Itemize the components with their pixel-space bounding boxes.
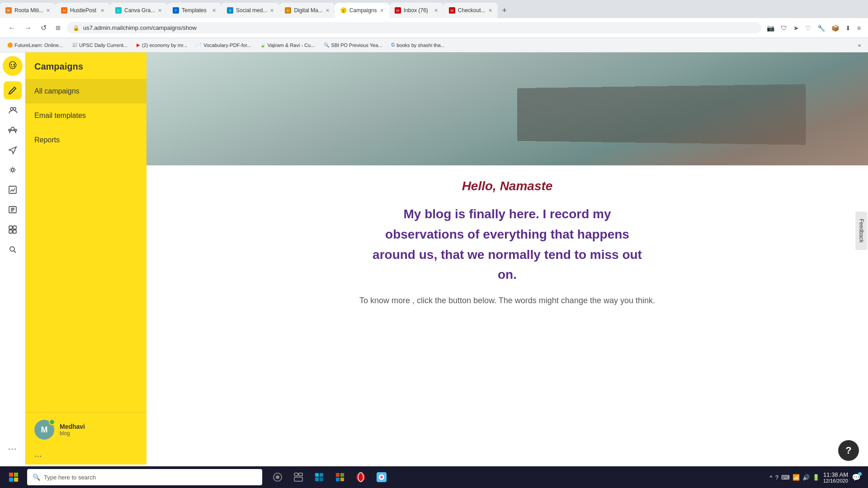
tab-roota[interactable]: R Roota Miti... ✕ [0,3,56,18]
tab-templates[interactable]: T Templates ✕ [167,3,222,18]
bookmark-futurelearn[interactable]: 🟠 FutureLearn: Online... [4,42,66,49]
svg-point-22 [276,475,279,479]
tab-close-roota[interactable]: ✕ [46,8,50,14]
main-area: ··· Campaigns All campaigns Email templa… [0,52,868,465]
svg-rect-20 [14,478,18,482]
tab-close-hustle[interactable]: ✕ [100,8,104,14]
tab-favicon-social: S [227,7,233,14]
taskbar-store[interactable] [330,467,350,487]
help-button[interactable]: ? [838,440,859,461]
tab-campaigns[interactable]: 🐒 Campaigns ✕ [335,3,389,18]
tab-close-checkout[interactable]: ✕ [488,8,492,14]
bookmark-vocab[interactable]: 📄 Vocabulary-PDF-for... [193,42,255,49]
tab-label-social: Social med... [236,7,267,14]
feedback-tab[interactable]: Feedback [856,211,868,250]
taskbar-taskview[interactable] [288,467,308,487]
tab-label-digital: Digital Ma... [294,7,322,14]
nav-reports[interactable]: Reports [25,128,146,152]
bookmark-label-books: books by shashi tha... [396,42,444,48]
tab-bar: R Roota Miti... ✕ H HustlePost ✕ C Canva… [0,0,868,18]
tab-inbox[interactable]: M Inbox (76) ✕ [389,3,443,18]
address-bar[interactable]: 🔒 us7.admin.mailchimp.com/campaigns/show [67,22,761,33]
search-icon[interactable] [4,240,22,258]
svg-rect-29 [320,478,323,481]
bookmark-economy[interactable]: ▶ (2) economy by mr... [133,42,191,49]
hero-image [146,52,868,165]
screenshot-btn[interactable]: 📷 [765,23,776,33]
bookmark-vajiram[interactable]: 🍃 Vajiram & Ravi - Cu... [256,42,318,49]
campaign-sidebar-header: Campaigns [25,52,146,79]
tab-digital[interactable]: D Digital Ma... ✕ [279,3,335,18]
mailchimp-logo[interactable] [3,56,23,76]
heart-btn[interactable]: ♡ [803,23,813,33]
tab-checkout[interactable]: M Checkout... ✕ [443,3,498,18]
analytics-icon[interactable] [4,181,22,199]
tray-chevron[interactable]: ^ [770,474,773,481]
tab-close-campaigns[interactable]: ✕ [380,8,384,14]
bookmark-sbi[interactable]: 🔍 SBI PO Previous Yea... [320,42,386,49]
forward-button[interactable]: → [22,22,34,34]
tray-keyboard[interactable]: ⌨ [781,474,790,481]
notification-button[interactable]: 💬 [852,473,861,482]
svg-point-5 [13,108,16,110]
bookmark-favicon-sbi: 🔍 [324,42,329,47]
taskbar-search[interactable]: 🔍 Type here to search [27,469,262,485]
menu-btn[interactable]: ≡ [855,23,863,33]
svg-rect-13 [13,226,16,229]
new-tab-button[interactable]: + [498,3,511,18]
sidebar-bottom-icons: ··· [4,439,22,461]
svg-rect-12 [9,226,12,229]
taskbar-clock[interactable]: 11:38 AM 12/16/2020 [823,471,848,483]
extension-btn[interactable]: 🔧 [816,23,827,33]
tab-canva[interactable]: C Canva Gra... ✕ [110,3,167,18]
user-name: Medhavi [60,423,85,430]
tab-close-inbox[interactable]: ✕ [434,8,438,14]
tab-hustle[interactable]: H HustlePost ✕ [56,3,110,18]
share-btn[interactable]: ➤ [792,23,801,33]
clock-date: 12/16/2020 [823,478,848,483]
send-icon[interactable] [4,141,22,159]
avatar-letter: M [41,425,48,435]
tab-close-social[interactable]: ✕ [270,8,274,14]
nav-all-campaigns[interactable]: All campaigns [25,79,146,103]
bookmark-upsc[interactable]: 📰 UPSC Daily Current... [68,42,131,49]
back-button[interactable]: ← [5,22,18,34]
integrations-icon[interactable] [4,221,22,239]
sidebar-more-dots[interactable]: ··· [25,447,146,465]
svg-rect-28 [315,478,319,481]
tab-view-button[interactable]: ⊞ [53,23,63,33]
icon-sidebar: ··· [0,52,25,465]
collection-btn[interactable]: 📦 [830,23,841,33]
tray-volume[interactable]: 🔊 [802,474,810,481]
tray-battery[interactable]: 🔋 [812,474,820,481]
tray-wifi[interactable]: 📶 [793,474,800,481]
download-btn[interactable]: ⬇ [844,23,853,33]
taskbar-paint[interactable] [372,467,392,487]
bookmark-label-vajiram: Vajiram & Ravi - Cu... [267,42,315,48]
tab-label-hustle: HustlePost [70,7,96,14]
content-icon[interactable] [4,201,22,219]
taskbar-opera[interactable] [351,467,371,487]
tab-close-canva[interactable]: ✕ [158,8,162,14]
bookmarks-more[interactable]: » [854,42,864,49]
taskbar-cortana[interactable] [268,467,288,487]
user-info: Medhavi blog [60,423,85,436]
more-icon[interactable]: ··· [4,439,22,457]
nav-email-templates[interactable]: Email templates [25,103,146,128]
lock-icon: 🔒 [73,25,80,31]
tray-help[interactable]: ? [775,474,778,481]
bookmark-books[interactable]: G books by shashi tha... [387,42,448,49]
taskbar-grid[interactable] [309,467,329,487]
tab-social[interactable]: S Social med... ✕ [222,3,279,18]
reload-button[interactable]: ↺ [38,22,49,34]
contacts-icon[interactable] [4,101,22,119]
audience-icon[interactable] [4,121,22,139]
tab-close-templates[interactable]: ✕ [212,8,216,14]
shield-btn[interactable]: 🛡 [779,23,789,33]
tab-close-digital[interactable]: ✕ [326,8,330,14]
automation-icon[interactable] [4,161,22,179]
taskbar-tray: ^ ? ⌨ 📶 🔊 🔋 [770,474,820,481]
start-button[interactable] [4,467,24,487]
pencil-icon[interactable] [4,81,22,99]
email-line3: around us, that we normally tend to miss… [165,245,850,265]
